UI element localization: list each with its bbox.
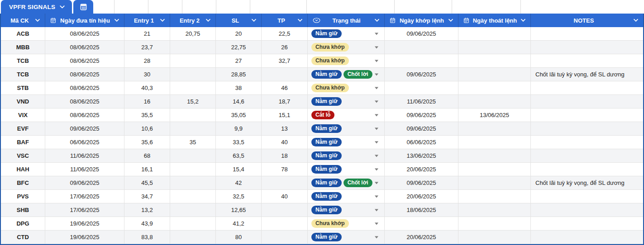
- cell-fill_date[interactable]: 11/06/2025: [385, 95, 458, 108]
- cell-entry2[interactable]: [170, 217, 216, 231]
- cell-sl[interactable]: 32,5: [216, 190, 262, 203]
- cell-sl[interactable]: 80: [216, 231, 262, 244]
- cell-exit_date[interactable]: [458, 231, 531, 244]
- cell-tp[interactable]: [262, 231, 308, 244]
- cell-status[interactable]: Nằm giữ: [308, 203, 385, 217]
- chevron-down-icon[interactable]: [35, 19, 40, 22]
- cell-entry1[interactable]: 16: [124, 95, 170, 108]
- column-header-fill_date[interactable]: Ngày khớp lệnh: [385, 14, 458, 27]
- cell-status[interactable]: Nằm giữ: [308, 190, 385, 203]
- cell-ticker[interactable]: PVS: [1, 190, 45, 203]
- status-dropdown-arrow-icon[interactable]: [375, 33, 378, 35]
- cell-tp[interactable]: [262, 203, 308, 217]
- cell-entry2[interactable]: [170, 203, 216, 217]
- status-dropdown-arrow-icon[interactable]: [375, 141, 378, 143]
- status-chip[interactable]: Nằm giữ: [311, 192, 342, 201]
- cell-notes[interactable]: [531, 41, 643, 54]
- status-chip[interactable]: Nằm giữ: [311, 233, 342, 241]
- chevron-down-icon[interactable]: [252, 19, 256, 22]
- cell-exit_date[interactable]: [458, 163, 531, 176]
- cell-tp[interactable]: 40: [262, 190, 308, 203]
- cell-notes[interactable]: [531, 149, 643, 163]
- status-chip[interactable]: Nằm giữ: [311, 29, 342, 38]
- cell-signal_date[interactable]: 19/06/2025: [45, 217, 124, 231]
- cell-exit_date[interactable]: [458, 41, 531, 54]
- cell-status[interactable]: Cắt lỗ: [308, 108, 385, 122]
- cell-exit_date[interactable]: [458, 136, 531, 149]
- cell-fill_date[interactable]: 09/06/2025: [385, 122, 458, 136]
- status-dropdown-arrow-icon[interactable]: [375, 182, 378, 184]
- cell-ticker[interactable]: DPG: [1, 217, 45, 231]
- cell-exit_date[interactable]: [458, 149, 531, 163]
- chevron-down-icon[interactable]: [521, 19, 525, 22]
- cell-tp[interactable]: 78: [262, 163, 308, 176]
- status-chip[interactable]: Nằm giữ: [311, 165, 342, 174]
- cell-exit_date[interactable]: [458, 190, 531, 203]
- cell-entry2[interactable]: [170, 176, 216, 190]
- cell-status[interactable]: Nằm giữChốt lời: [308, 68, 385, 81]
- cell-entry2[interactable]: [170, 122, 216, 136]
- cell-exit_date[interactable]: [458, 68, 531, 81]
- status-chip[interactable]: Nằm giữ: [311, 206, 342, 214]
- cell-entry1[interactable]: 68: [124, 149, 170, 163]
- cell-signal_date[interactable]: 19/06/2025: [45, 231, 124, 244]
- cell-notes[interactable]: Chốt lãi tuỳ kỳ vọng, để SL dương: [531, 176, 643, 190]
- cell-status[interactable]: Nằm giữ: [308, 136, 385, 149]
- cell-fill_date[interactable]: 09/06/2025: [385, 176, 458, 190]
- cell-tp[interactable]: 18,7: [262, 95, 308, 108]
- cell-sl[interactable]: 33,5: [216, 136, 262, 149]
- cell-tp[interactable]: [262, 176, 308, 190]
- status-dropdown-arrow-icon[interactable]: [375, 168, 378, 170]
- status-dropdown-arrow-icon[interactable]: [375, 127, 378, 130]
- cell-sl[interactable]: 12,65: [216, 203, 262, 217]
- cell-tp[interactable]: [262, 217, 308, 231]
- status-chip[interactable]: Cắt lỗ: [311, 111, 334, 119]
- cell-sl[interactable]: 14,6: [216, 95, 262, 108]
- cell-ticker[interactable]: TCB: [1, 54, 45, 68]
- cell-status[interactable]: Chưa khớp: [308, 54, 385, 68]
- status-chip[interactable]: Nằm giữ: [311, 97, 342, 106]
- cell-ticker[interactable]: BAF: [1, 136, 45, 149]
- cell-entry1[interactable]: 83,8: [124, 231, 170, 244]
- status-dropdown-arrow-icon[interactable]: [375, 73, 378, 75]
- status-dropdown-arrow-icon[interactable]: [375, 87, 378, 89]
- cell-signal_date[interactable]: 17/06/2025: [45, 190, 124, 203]
- cell-entry2[interactable]: [170, 163, 216, 176]
- status-chip[interactable]: Chốt lời: [343, 179, 372, 187]
- cell-status[interactable]: Chưa khớp: [308, 217, 385, 231]
- cell-sl[interactable]: 22,75: [216, 41, 262, 54]
- cell-ticker[interactable]: ACB: [1, 27, 45, 41]
- status-dropdown-arrow-icon[interactable]: [375, 46, 378, 48]
- cell-sl[interactable]: 27: [216, 54, 262, 68]
- cell-entry2[interactable]: [170, 231, 216, 244]
- cell-entry1[interactable]: 40,3: [124, 81, 170, 95]
- cell-entry2[interactable]: 20,75: [170, 27, 216, 41]
- cell-ticker[interactable]: MBB: [1, 41, 45, 54]
- cell-entry1[interactable]: 23,7: [124, 41, 170, 54]
- cell-entry1[interactable]: 28: [124, 54, 170, 68]
- cell-fill_date[interactable]: [385, 217, 458, 231]
- status-dropdown-arrow-icon[interactable]: [375, 209, 378, 211]
- cell-fill_date[interactable]: 09/06/2025: [385, 27, 458, 41]
- cell-tp[interactable]: [262, 68, 308, 81]
- tab-table-view[interactable]: [73, 0, 93, 14]
- cell-entry1[interactable]: 30: [124, 68, 170, 81]
- cell-signal_date[interactable]: 11/06/2025: [45, 149, 124, 163]
- column-header-status[interactable]: Trạng thái: [308, 14, 385, 27]
- status-chip[interactable]: Nằm giữ: [311, 124, 342, 133]
- status-chip[interactable]: Nằm giữ: [311, 151, 342, 160]
- status-chip[interactable]: Chốt lời: [343, 70, 372, 79]
- cell-fill_date[interactable]: 09/06/2025: [385, 108, 458, 122]
- cell-fill_date[interactable]: 20/06/2025: [385, 163, 458, 176]
- cell-notes[interactable]: [531, 81, 643, 95]
- cell-tp[interactable]: 26: [262, 41, 308, 54]
- cell-signal_date[interactable]: 06/06/2025: [45, 136, 124, 149]
- cell-status[interactable]: Nằm giữChốt lời: [308, 176, 385, 190]
- cell-sl[interactable]: 20: [216, 27, 262, 41]
- cell-notes[interactable]: [531, 190, 643, 203]
- cell-sl[interactable]: 41,2: [216, 217, 262, 231]
- cell-status[interactable]: Nằm giữ: [308, 231, 385, 244]
- cell-signal_date[interactable]: 09/06/2025: [45, 122, 124, 136]
- cell-sl[interactable]: 9,9: [216, 122, 262, 136]
- cell-exit_date[interactable]: [458, 81, 531, 95]
